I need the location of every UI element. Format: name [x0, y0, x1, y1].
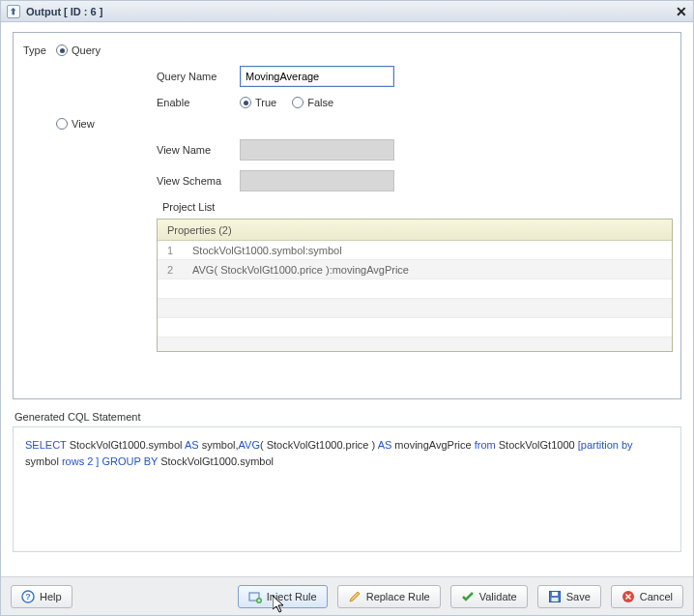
replace-rule-label: Replace Rule [366, 591, 430, 602]
cql-token: symbol [25, 455, 62, 467]
help-button-label: Help [40, 591, 62, 602]
table-row [158, 299, 672, 318]
radio-dot-icon [56, 44, 68, 56]
radio-query[interactable]: Query [56, 44, 101, 56]
project-list-table: Properties (2) 1StockVolGt1000.symbol:sy… [157, 219, 673, 352]
help-button[interactable]: ? Help [11, 585, 72, 608]
svg-text:?: ? [25, 592, 31, 601]
radio-enable-true[interactable]: True [240, 97, 276, 108]
table-row [158, 337, 672, 352]
radio-dot-icon [56, 118, 68, 130]
output-dialog: ⬆ Output [ ID : 6 ] ✕ Type Query Query N… [0, 0, 694, 616]
table-row[interactable]: 2AVG( StockVolGt1000.price ):movingAvgPr… [158, 260, 672, 279]
cql-keyword: from [475, 439, 499, 451]
validate-label: Validate [479, 591, 517, 602]
cql-keyword: rows 2 ] GROUP BY [62, 455, 160, 467]
pencil-icon [348, 590, 361, 603]
row-index: 1 [167, 245, 192, 256]
generated-cql-statement: SELECT StockVolGt1000.symbol AS symbol,A… [13, 426, 681, 552]
cql-token: symbol, [202, 439, 239, 451]
inject-rule-label: Inject Rule [267, 591, 317, 602]
svg-rect-5 [552, 592, 558, 596]
cql-keyword: AS [185, 439, 202, 451]
type-label: Type [21, 44, 56, 56]
radio-view[interactable]: View [56, 118, 95, 130]
cql-keyword: AS [378, 439, 395, 451]
row-text: StockVolGt1000.symbol:symbol [192, 245, 342, 256]
replace-rule-button[interactable]: Replace Rule [337, 585, 441, 608]
radio-query-label: Query [72, 44, 101, 56]
content-area: Type Query Query Name Enable True [1, 22, 693, 558]
cql-keyword: [partition by [578, 439, 633, 451]
row-index: 2 [167, 264, 192, 276]
project-list-label: Project List [162, 201, 673, 213]
dialog-title: Output [ ID : 6 ] [26, 6, 102, 17]
cql-token: ( StockVolGt1000.price ) [260, 439, 378, 451]
cancel-label: Cancel [640, 591, 673, 602]
query-name-input[interactable] [240, 66, 394, 87]
cql-token: StockVolGt1000 [499, 439, 578, 451]
button-bar: ? Help Inject Rule Replace Rule Validate… [1, 576, 693, 615]
radio-true-label: True [255, 97, 276, 108]
radio-dot-icon [292, 97, 304, 108]
radio-enable-false[interactable]: False [292, 97, 333, 108]
titlebar: ⬆ Output [ ID : 6 ] ✕ [1, 1, 693, 22]
save-label: Save [566, 591, 591, 602]
cql-keyword: AVG [239, 439, 260, 451]
view-schema-input [240, 170, 394, 191]
generated-cql-label: Generated CQL Statement [14, 411, 680, 423]
cql-token: movingAvgPrice [394, 439, 474, 451]
cancel-button[interactable]: Cancel [611, 585, 683, 608]
query-name-label: Query Name [157, 71, 240, 82]
inject-icon [248, 590, 262, 603]
check-icon [461, 590, 475, 603]
enable-label: Enable [157, 97, 240, 108]
inject-rule-button[interactable]: Inject Rule [238, 585, 328, 608]
table-header[interactable]: Properties (2) [158, 220, 672, 241]
cql-keyword: SELECT [25, 439, 70, 451]
type-panel: Type Query Query Name Enable True [13, 32, 681, 399]
cql-token: StockVolGt1000.symbol [70, 439, 185, 451]
radio-dot-icon [240, 97, 251, 108]
radio-view-label: View [72, 118, 95, 130]
view-schema-label: View Schema [157, 175, 240, 187]
cancel-icon [622, 590, 635, 603]
table-row [158, 318, 672, 337]
help-icon: ? [21, 590, 35, 603]
validate-button[interactable]: Validate [450, 585, 528, 608]
svg-rect-6 [551, 598, 558, 601]
view-name-input [240, 139, 394, 161]
table-header-text: Properties (2) [167, 224, 232, 236]
row-text: AVG( StockVolGt1000.price ):movingAvgPri… [192, 264, 409, 276]
table-row [158, 279, 672, 299]
radio-false-label: False [307, 97, 333, 108]
cql-token: StockVolGt1000.symbol [160, 455, 274, 467]
view-name-label: View Name [157, 144, 240, 156]
save-button[interactable]: Save [537, 585, 601, 608]
collapse-icon[interactable]: ⬆ [7, 5, 20, 18]
table-row[interactable]: 1StockVolGt1000.symbol:symbol [158, 241, 672, 260]
close-icon[interactable]: ✕ [676, 4, 687, 19]
save-icon [548, 590, 562, 603]
